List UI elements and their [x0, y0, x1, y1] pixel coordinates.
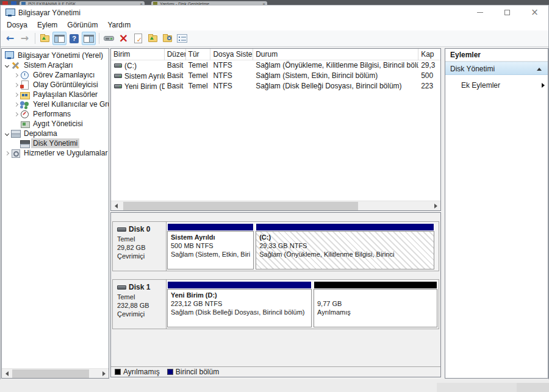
volume-row-d[interactable]: Yeni Birim (D:) Basit Temel NTFS Sağlam … — [111, 81, 440, 91]
tree-item-computer-management[interactable]: Bilgisayar Yönetimi (Yerel) — [2, 51, 109, 60]
app-icon — [5, 9, 15, 16]
tree-item-task-scheduler[interactable]: Görev Zamanlayıcı — [2, 70, 109, 80]
chevron-right-icon[interactable] — [13, 73, 18, 77]
delete-volume-button[interactable]: × — [117, 32, 131, 45]
folder-search-icon — [163, 35, 172, 42]
toolbar: ← → ? × — [1, 30, 548, 47]
tree-item-performance[interactable]: Performans — [2, 109, 109, 119]
tools-icon — [11, 61, 20, 69]
tree-item-event-viewer[interactable]: Olay Görüntüleyicisi — [2, 80, 109, 90]
titlebar[interactable]: Bilgisayar Yönetimi × — [1, 5, 548, 20]
volume-row-system-reserved[interactable]: Sistem Ayrıldı Basit Temel NTFS Sağlam (… — [111, 71, 440, 81]
back-button[interactable]: ← — [3, 32, 17, 45]
collapse-icon[interactable] — [537, 68, 542, 71]
folder-open-icon — [148, 35, 157, 42]
up-folder-button[interactable] — [38, 32, 52, 45]
scroll-right-icon[interactable] — [431, 201, 440, 211]
find-folder-button[interactable] — [160, 32, 174, 45]
device-manager-icon — [20, 119, 29, 128]
minimize-button[interactable] — [466, 5, 493, 20]
delete-x-icon: × — [119, 34, 129, 43]
disk-0-label[interactable]: Disk 0 Temel 29,82 GB Çevrimiçi — [113, 222, 167, 271]
storage-icon — [11, 129, 20, 138]
background-segment — [517, 383, 549, 392]
shared-folder-icon — [20, 90, 29, 99]
column-header-durum[interactable]: Durum — [253, 49, 418, 60]
properties-button[interactable] — [131, 32, 145, 45]
menubar: Dosya Eylem Görünüm Yardım — [1, 20, 548, 30]
volume-row-c[interactable]: (C:) Basit Temel NTFS Sağlam (Önyükleme,… — [111, 60, 440, 71]
forward-button[interactable]: → — [18, 32, 32, 45]
menu-yardim[interactable]: Yardım — [102, 20, 135, 30]
chevron-right-icon[interactable] — [13, 102, 18, 106]
chevron-right-icon[interactable] — [13, 82, 18, 87]
scroll-left-icon[interactable] — [2, 369, 12, 379]
actions-header: Eylemler — [445, 49, 548, 62]
device-tool-button[interactable] — [102, 32, 116, 45]
chevron-right-icon[interactable] — [13, 92, 18, 96]
column-header-duzen[interactable]: Düzen — [165, 49, 186, 60]
menu-eylem[interactable]: Eylem — [32, 20, 62, 30]
back-arrow-icon: ← — [6, 34, 14, 43]
help-icon: ? — [70, 34, 79, 43]
tree-item-shared-folders[interactable]: Paylaşılan Klasörler — [2, 90, 109, 99]
options-button[interactable] — [175, 32, 189, 45]
tree-item-local-users[interactable]: Yerel Kullanıcılar ve Gru — [2, 99, 109, 109]
menu-dosya[interactable]: Dosya — [2, 20, 32, 30]
partition-unallocated[interactable]: 9,77 GB Ayrılmamış — [314, 281, 437, 327]
tree-item-storage[interactable]: Depolama — [2, 129, 109, 138]
maximize-button[interactable] — [493, 5, 521, 20]
background-segment — [437, 383, 517, 392]
column-header-birim[interactable]: Birim — [111, 49, 165, 60]
console-tree-icon — [54, 35, 65, 43]
scrollbar-thumb[interactable] — [123, 202, 358, 210]
tree-item-device-manager[interactable]: Aygıt Yöneticisi — [2, 119, 109, 129]
column-header-tur[interactable]: Tür — [186, 49, 211, 60]
actions-item-more-actions[interactable]: Ek Eylemler — [445, 79, 548, 91]
volume-list-horizontal-scrollbar[interactable] — [111, 201, 440, 210]
volume-icon — [114, 84, 122, 88]
console-tree-toggle-button[interactable] — [52, 32, 66, 45]
partition-system-reserved[interactable]: Sistem Ayrıldı 500 MB NTFS Sağlam (Siste… — [167, 223, 254, 269]
disk-1-label[interactable]: Disk 1 Temel 232,88 GB Çevrimiçi — [113, 280, 167, 329]
checklist-icon — [177, 34, 187, 43]
partition-color-bar — [314, 281, 437, 288]
disk-graphical-panel: Disk 0 Temel 29,82 GB Çevrimiçi Sistem A… — [110, 212, 441, 377]
disk-icon — [20, 139, 29, 148]
chevron-down-icon[interactable] — [4, 131, 9, 135]
close-icon: × — [531, 8, 539, 17]
toolbar-separator — [35, 33, 35, 44]
scrollbar-thumb[interactable] — [12, 369, 89, 378]
scroll-right-icon[interactable] — [99, 369, 109, 379]
chevron-down-icon[interactable] — [4, 63, 9, 67]
open-folder-button[interactable] — [146, 32, 160, 45]
tree-item-system-tools[interactable]: Sistem Araçları — [2, 60, 109, 70]
disk-drive-icon — [117, 227, 126, 232]
toolbar-separator — [99, 33, 99, 44]
tree-item-services-applications[interactable]: Hizmetler ve Uygulamalar — [2, 148, 109, 158]
column-header-dosya-sistemi[interactable]: Dosya Sistemi — [210, 49, 253, 60]
partition-c-selected[interactable]: (C:) 29,33 GB NTFS Sağlam (Önyükleme, Ki… — [256, 223, 434, 269]
close-button[interactable]: × — [521, 5, 548, 20]
actions-group-disk-management[interactable]: Disk Yönetimi — [445, 62, 548, 75]
chevron-right-icon[interactable] — [4, 151, 9, 155]
partition-d[interactable]: Yeni Birim (D:) 223,12 GB NTFS Sağlam (D… — [167, 281, 312, 327]
chevron-right-icon[interactable] — [13, 112, 18, 116]
computer-management-window: Bilgisayar Yönetimi × Dosya Eylem Görünü… — [0, 5, 549, 379]
help-button[interactable]: ? — [67, 32, 81, 45]
action-pane-icon — [84, 35, 94, 43]
window-title: Bilgisayar Yönetimi — [18, 9, 81, 17]
action-pane-toggle-button[interactable] — [82, 32, 96, 45]
menu-gorunum[interactable]: Görünüm — [62, 20, 102, 30]
volume-icon — [114, 74, 122, 78]
scroll-left-icon[interactable] — [111, 201, 121, 211]
tree-item-disk-management[interactable]: Disk Yönetimi — [2, 138, 109, 148]
event-log-icon — [20, 80, 29, 89]
submenu-arrow-icon — [542, 83, 545, 88]
forward-arrow-icon: → — [21, 34, 29, 43]
volume-list-header: Birim Düzen Tür Dosya Sistemi Durum Kap — [111, 49, 440, 60]
legend-primary-partition: Birincil bölüm — [167, 368, 219, 376]
column-header-kapasite[interactable]: Kap — [418, 49, 440, 60]
main-area: Bilgisayar Yönetimi (Yerel) Sistem Araçl… — [1, 47, 548, 379]
tree-horizontal-scrollbar[interactable] — [2, 368, 109, 378]
